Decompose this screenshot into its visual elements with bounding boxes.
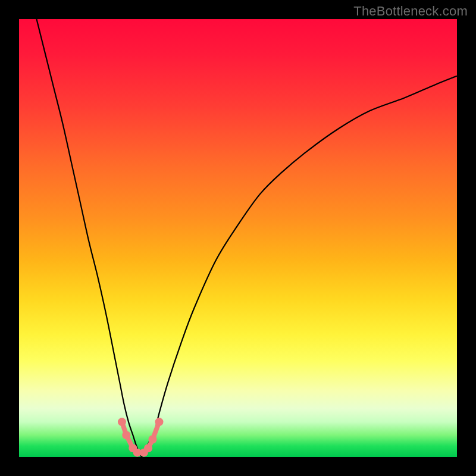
trough-dots-group	[118, 418, 164, 457]
curve-left-branch	[36, 19, 142, 457]
trough-dot	[118, 418, 126, 426]
plot-area	[19, 19, 457, 457]
trough-dot	[155, 418, 164, 426]
curve-right-branch	[142, 76, 457, 457]
trough-dot	[144, 444, 152, 452]
chart-frame: TheBottleneck.com	[0, 0, 476, 476]
trough-dot	[148, 436, 156, 444]
watermark-text: TheBottleneck.com	[353, 4, 468, 19]
curve-layer	[19, 19, 457, 457]
trough-dot	[122, 431, 130, 439]
